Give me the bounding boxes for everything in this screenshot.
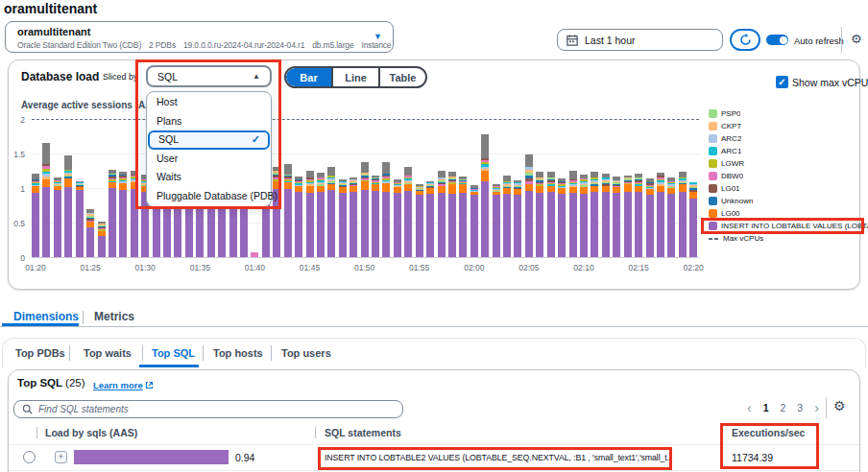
chart-bar [339, 179, 347, 257]
subtab-top-sql[interactable]: Top SQL [152, 347, 195, 359]
sliced-by-label: Sliced by [103, 72, 138, 82]
chart-bar [361, 162, 369, 257]
chart-bar [76, 181, 84, 257]
view-line-button[interactable]: Line [333, 68, 380, 86]
legend-item[interactable]: DBW0 [709, 170, 743, 182]
legend-item[interactable]: CKPT [709, 120, 741, 132]
chart-y-axis-title: Average active sessions (AAS) [21, 100, 161, 110]
legend-item[interactable]: PSP0 [709, 107, 740, 120]
database-load-title: Database load [21, 70, 99, 83]
menu-item-sql[interactable]: SQL✓ [148, 130, 270, 150]
search-placeholder: Find SQL statements [38, 404, 129, 414]
settings-gear-icon[interactable]: ⚙ [851, 32, 862, 46]
chart-bar [251, 252, 258, 257]
row-radio-button[interactable] [23, 451, 36, 463]
subtab-top-users[interactable]: Top users [281, 347, 331, 359]
legend-item[interactable]: LG01 [709, 182, 740, 195]
chart-bar [372, 176, 379, 257]
search-icon [22, 404, 33, 414]
instance-selector[interactable]: oramultitenant Oracle Standard Edition T… [5, 21, 394, 53]
legend-item[interactable]: LG00 [709, 207, 740, 220]
subtab-top-pdbs[interactable]: Top PDBs [15, 347, 65, 359]
pagination-prev[interactable]: ‹ [747, 400, 752, 415]
learn-more-link[interactable]: Learn more [93, 380, 154, 390]
slice-dropdown-value: SQL [157, 71, 178, 83]
tab-dimensions[interactable]: Dimensions [13, 310, 79, 323]
legend-item[interactable]: LGWR [709, 157, 744, 170]
view-bar-button[interactable]: Bar [286, 68, 333, 86]
chart-bar [657, 173, 664, 257]
legend-item-max-vcpus[interactable]: Max vCPUs [709, 232, 763, 245]
chart-bar [306, 171, 314, 257]
pagination-page-1[interactable]: 1 [763, 402, 769, 413]
chart-bar [131, 171, 138, 257]
legend-item[interactable]: ARC2 [709, 132, 741, 145]
performance-insights-page: oramultitenant oramultitenant Oracle Sta… [0, 0, 868, 472]
tab-metrics[interactable]: Metrics [94, 310, 134, 323]
subtab-top-waits[interactable]: Top waits [84, 347, 132, 359]
chart-bar [119, 172, 127, 257]
sql-search-input[interactable]: Find SQL statements [13, 400, 403, 418]
chart-bar [470, 185, 478, 257]
calendar-icon [567, 35, 578, 46]
table-settings-gear-icon[interactable]: ⚙ [833, 398, 846, 413]
subtab-top-hosts[interactable]: Top hosts [213, 347, 263, 359]
instance-name: oramultitenant [17, 26, 90, 37]
chart-bar [32, 174, 39, 257]
slice-dropdown[interactable]: SQL ▲ [146, 65, 272, 87]
show-max-vcpu-label: Show max vCPU [792, 77, 868, 88]
menu-item-plans[interactable]: Plans [148, 112, 270, 131]
chart-bar [602, 174, 610, 257]
chart-bar [404, 167, 412, 257]
top-sql-title: Top SQL (25) [17, 377, 85, 389]
row-expand-button[interactable]: + [55, 451, 67, 463]
pagination-page-2[interactable]: 2 [781, 402, 786, 413]
menu-item-pluggable-database-pdb-[interactable]: Pluggable Database (PDB) [148, 187, 270, 206]
chart-bar [54, 177, 61, 257]
chart-bar [350, 177, 357, 257]
legend-item[interactable]: Unknown [709, 195, 753, 207]
chart-bar [64, 155, 72, 257]
chart-bar [493, 184, 500, 257]
chart-bar [394, 179, 401, 257]
column-header-sql[interactable]: SQL statements [325, 427, 401, 438]
executions-value: 11734.39 [732, 452, 773, 463]
chart-bar [569, 171, 577, 257]
column-header-load[interactable]: Load by sqls (AAS) [45, 427, 137, 438]
chart-bar [667, 177, 675, 257]
auto-refresh-toggle[interactable] [766, 35, 788, 45]
chart-bar [503, 176, 511, 257]
load-value: 0.94 [235, 452, 254, 463]
legend-item[interactable]: ARC1 [709, 145, 741, 157]
chart-bar [635, 174, 642, 257]
chart-bar [514, 180, 521, 257]
chevron-up-icon: ▲ [253, 72, 260, 81]
auto-refresh-label: Auto refresh [794, 35, 844, 46]
chart-bar [284, 164, 292, 257]
menu-item-user[interactable]: User [148, 150, 270, 169]
chart-bar [438, 171, 446, 257]
pagination-page-3[interactable]: 3 [797, 402, 803, 413]
refresh-button[interactable] [730, 29, 760, 51]
time-range-label: Last 1 hour [585, 35, 636, 46]
menu-item-host[interactable]: Host [148, 93, 270, 112]
menu-item-waits[interactable]: Waits [148, 168, 270, 187]
chart-bar [317, 173, 325, 257]
instance-details: Oracle Standard Edition Two (CDB)2 PDBs1… [17, 40, 398, 50]
pagination-next[interactable]: › [814, 400, 819, 415]
chart-bar [86, 209, 94, 257]
chart-bar [558, 178, 566, 257]
chart-bar [426, 181, 434, 257]
dimension-subtabs-strip [2, 338, 866, 367]
chart-bar [273, 167, 280, 257]
time-range-selector[interactable]: Last 1 hour [557, 29, 723, 51]
show-max-vcpu-checkbox[interactable]: ✓ [776, 76, 788, 88]
chart-bar [108, 170, 116, 257]
chart-bar [624, 176, 632, 257]
sql-statement-text[interactable]: INSERT INTO LOBTABLE2 VALUES (LOBTABLE_S… [325, 453, 670, 462]
chart-bar [481, 134, 489, 257]
chart-bar [646, 178, 654, 257]
view-table-button[interactable]: Table [380, 68, 425, 86]
column-header-executions[interactable]: Executions/sec [732, 427, 805, 438]
legend-item[interactable]: INSERT INTO LOBTABLE VALUES (LOBTAB [709, 220, 868, 232]
